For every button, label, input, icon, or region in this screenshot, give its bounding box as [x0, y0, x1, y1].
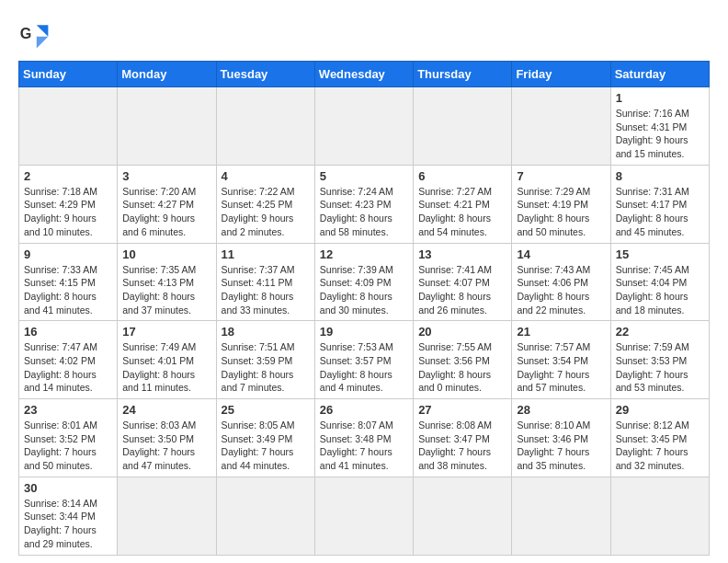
weekday-thursday: Thursday: [414, 62, 512, 87]
day-number: 6: [418, 169, 506, 183]
calendar: SundayMondayTuesdayWednesdayThursdayFrid…: [18, 61, 710, 556]
day-info: Sunrise: 7:51 AM Sunset: 3:59 PM Dayligh…: [222, 340, 310, 395]
week-row-1: 1Sunrise: 7:16 AM Sunset: 4:31 PM Daylig…: [19, 87, 710, 166]
day-number: 14: [517, 247, 605, 261]
svg-text:G: G: [20, 25, 32, 41]
day-info: Sunrise: 7:33 AM Sunset: 4:15 PM Dayligh…: [24, 263, 112, 317]
week-row-6: 30Sunrise: 8:14 AM Sunset: 3:44 PM Dayli…: [19, 477, 710, 555]
day-info: Sunrise: 7:39 AM Sunset: 4:09 PM Dayligh…: [320, 263, 408, 317]
day-cell: 25Sunrise: 8:05 AM Sunset: 3:49 PM Dayli…: [216, 399, 314, 477]
day-cell: 13Sunrise: 7:41 AM Sunset: 4:07 PM Dayli…: [414, 243, 512, 321]
day-number: 4: [222, 169, 310, 183]
day-cell: [512, 477, 610, 555]
day-number: 24: [122, 403, 210, 417]
weekday-friday: Friday: [512, 62, 610, 87]
day-number: 12: [320, 247, 408, 261]
day-info: Sunrise: 7:22 AM Sunset: 4:25 PM Dayligh…: [222, 185, 310, 239]
day-number: 9: [24, 247, 112, 261]
day-cell: [414, 477, 512, 555]
day-number: 30: [24, 481, 112, 495]
day-number: 23: [24, 403, 112, 417]
day-cell: 8Sunrise: 7:31 AM Sunset: 4:17 PM Daylig…: [610, 165, 709, 243]
header: G: [18, 18, 710, 52]
weekday-tuesday: Tuesday: [216, 62, 314, 87]
day-info: Sunrise: 8:12 AM Sunset: 3:45 PM Dayligh…: [616, 419, 704, 473]
day-number: 26: [320, 403, 408, 417]
day-number: 27: [418, 403, 506, 417]
day-number: 2: [24, 169, 112, 183]
day-cell: 26Sunrise: 8:07 AM Sunset: 3:48 PM Dayli…: [314, 399, 413, 477]
day-info: Sunrise: 7:37 AM Sunset: 4:11 PM Dayligh…: [222, 263, 310, 317]
weekday-sunday: Sunday: [19, 62, 118, 87]
day-number: 16: [24, 325, 112, 339]
day-number: 7: [517, 169, 605, 183]
day-cell: 3Sunrise: 7:20 AM Sunset: 4:27 PM Daylig…: [118, 165, 216, 243]
day-cell: [610, 477, 709, 555]
day-cell: 1Sunrise: 7:16 AM Sunset: 4:31 PM Daylig…: [610, 87, 709, 166]
day-info: Sunrise: 7:59 AM Sunset: 3:53 PM Dayligh…: [616, 340, 704, 395]
day-info: Sunrise: 7:45 AM Sunset: 4:04 PM Dayligh…: [616, 263, 704, 317]
day-number: 1: [616, 91, 704, 105]
day-info: Sunrise: 7:35 AM Sunset: 4:13 PM Dayligh…: [122, 263, 210, 317]
weekday-header-row: SundayMondayTuesdayWednesdayThursdayFrid…: [19, 62, 710, 87]
day-cell: 21Sunrise: 7:57 AM Sunset: 3:54 PM Dayli…: [512, 321, 610, 399]
day-cell: [216, 477, 314, 555]
day-cell: 20Sunrise: 7:55 AM Sunset: 3:56 PM Dayli…: [414, 321, 512, 399]
day-number: 28: [517, 403, 605, 417]
day-cell: 15Sunrise: 7:45 AM Sunset: 4:04 PM Dayli…: [610, 243, 709, 321]
day-info: Sunrise: 8:03 AM Sunset: 3:50 PM Dayligh…: [122, 419, 210, 473]
day-cell: 22Sunrise: 7:59 AM Sunset: 3:53 PM Dayli…: [610, 321, 709, 399]
day-number: 18: [222, 325, 310, 339]
day-info: Sunrise: 8:01 AM Sunset: 3:52 PM Dayligh…: [24, 419, 112, 473]
weekday-saturday: Saturday: [610, 62, 709, 87]
day-cell: 18Sunrise: 7:51 AM Sunset: 3:59 PM Dayli…: [216, 321, 314, 399]
day-cell: 12Sunrise: 7:39 AM Sunset: 4:09 PM Dayli…: [314, 243, 413, 321]
day-number: 21: [517, 325, 605, 339]
day-number: 25: [222, 403, 310, 417]
day-number: 13: [418, 247, 506, 261]
day-cell: 4Sunrise: 7:22 AM Sunset: 4:25 PM Daylig…: [216, 165, 314, 243]
day-number: 15: [616, 247, 704, 261]
day-cell: 14Sunrise: 7:43 AM Sunset: 4:06 PM Dayli…: [512, 243, 610, 321]
day-info: Sunrise: 7:43 AM Sunset: 4:06 PM Dayligh…: [517, 263, 605, 317]
day-number: 19: [320, 325, 408, 339]
day-cell: 9Sunrise: 7:33 AM Sunset: 4:15 PM Daylig…: [19, 243, 118, 321]
day-number: 20: [418, 325, 506, 339]
day-info: Sunrise: 7:18 AM Sunset: 4:29 PM Dayligh…: [24, 185, 112, 239]
day-cell: 2Sunrise: 7:18 AM Sunset: 4:29 PM Daylig…: [19, 165, 118, 243]
day-cell: 11Sunrise: 7:37 AM Sunset: 4:11 PM Dayli…: [216, 243, 314, 321]
day-info: Sunrise: 7:55 AM Sunset: 3:56 PM Dayligh…: [418, 340, 506, 395]
day-cell: 30Sunrise: 8:14 AM Sunset: 3:44 PM Dayli…: [19, 477, 118, 555]
day-number: 22: [616, 325, 704, 339]
day-cell: 16Sunrise: 7:47 AM Sunset: 4:02 PM Dayli…: [19, 321, 118, 399]
day-cell: 29Sunrise: 8:12 AM Sunset: 3:45 PM Dayli…: [610, 399, 709, 477]
logo: G: [18, 18, 57, 52]
day-number: 8: [616, 169, 704, 183]
day-number: 3: [122, 169, 210, 183]
svg-marker-1: [37, 25, 49, 37]
day-number: 10: [122, 247, 210, 261]
day-info: Sunrise: 8:07 AM Sunset: 3:48 PM Dayligh…: [320, 419, 408, 473]
day-cell: 6Sunrise: 7:27 AM Sunset: 4:21 PM Daylig…: [414, 165, 512, 243]
day-cell: 23Sunrise: 8:01 AM Sunset: 3:52 PM Dayli…: [19, 399, 118, 477]
day-cell: 10Sunrise: 7:35 AM Sunset: 4:13 PM Dayli…: [118, 243, 216, 321]
day-number: 11: [222, 247, 310, 261]
day-cell: 7Sunrise: 7:29 AM Sunset: 4:19 PM Daylig…: [512, 165, 610, 243]
day-info: Sunrise: 7:27 AM Sunset: 4:21 PM Dayligh…: [418, 185, 506, 239]
day-cell: 24Sunrise: 8:03 AM Sunset: 3:50 PM Dayli…: [118, 399, 216, 477]
day-info: Sunrise: 7:31 AM Sunset: 4:17 PM Dayligh…: [616, 185, 704, 239]
day-info: Sunrise: 8:05 AM Sunset: 3:49 PM Dayligh…: [222, 419, 310, 473]
day-cell: 19Sunrise: 7:53 AM Sunset: 3:57 PM Dayli…: [314, 321, 413, 399]
svg-marker-2: [37, 37, 49, 49]
day-info: Sunrise: 7:57 AM Sunset: 3:54 PM Dayligh…: [517, 340, 605, 395]
weekday-wednesday: Wednesday: [314, 62, 413, 87]
day-info: Sunrise: 8:10 AM Sunset: 3:46 PM Dayligh…: [517, 419, 605, 473]
day-cell: 27Sunrise: 8:08 AM Sunset: 3:47 PM Dayli…: [414, 399, 512, 477]
day-cell: 28Sunrise: 8:10 AM Sunset: 3:46 PM Dayli…: [512, 399, 610, 477]
day-cell: [314, 477, 413, 555]
day-info: Sunrise: 7:16 AM Sunset: 4:31 PM Dayligh…: [616, 107, 704, 161]
weekday-monday: Monday: [118, 62, 216, 87]
day-info: Sunrise: 7:53 AM Sunset: 3:57 PM Dayligh…: [320, 340, 408, 395]
week-row-3: 9Sunrise: 7:33 AM Sunset: 4:15 PM Daylig…: [19, 243, 710, 321]
week-row-4: 16Sunrise: 7:47 AM Sunset: 4:02 PM Dayli…: [19, 321, 710, 399]
